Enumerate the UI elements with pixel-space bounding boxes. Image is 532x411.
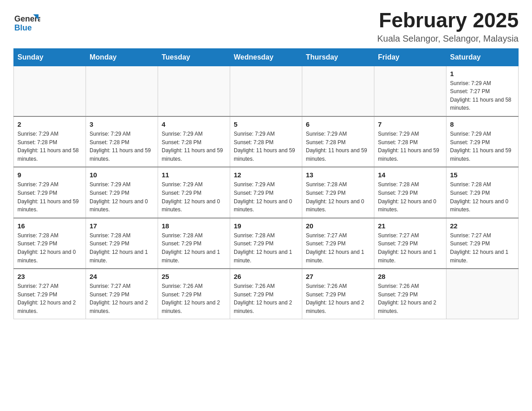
day-number: 7	[378, 120, 442, 128]
header-day-friday: Friday	[374, 48, 446, 66]
day-number: 21	[378, 222, 442, 230]
day-cell: 1Sunrise: 7:29 AMSunset: 7:27 PMDaylight…	[446, 66, 519, 116]
logo-mark: General Blue	[13, 9, 40, 38]
day-cell: 8Sunrise: 7:29 AMSunset: 7:29 PMDaylight…	[446, 116, 519, 167]
day-info: Sunrise: 7:29 AMSunset: 7:28 PMDaylight:…	[306, 130, 370, 163]
day-cell: 5Sunrise: 7:29 AMSunset: 7:28 PMDaylight…	[230, 116, 302, 167]
day-number: 10	[90, 171, 154, 179]
day-info: Sunrise: 7:26 AMSunset: 7:29 PMDaylight:…	[234, 282, 298, 315]
day-number: 14	[378, 171, 442, 179]
day-number: 26	[234, 273, 298, 280]
day-cell: 23Sunrise: 7:27 AMSunset: 7:29 PMDayligh…	[14, 269, 86, 319]
day-info: Sunrise: 7:27 AMSunset: 7:29 PMDaylight:…	[306, 231, 370, 265]
day-cell: 21Sunrise: 7:27 AMSunset: 7:29 PMDayligh…	[374, 218, 446, 269]
day-cell: 14Sunrise: 7:28 AMSunset: 7:29 PMDayligh…	[374, 167, 446, 218]
header-day-tuesday: Tuesday	[158, 48, 230, 66]
day-number: 13	[306, 171, 370, 179]
day-info: Sunrise: 7:27 AMSunset: 7:29 PMDaylight:…	[90, 282, 154, 315]
day-cell: 13Sunrise: 7:28 AMSunset: 7:29 PMDayligh…	[302, 167, 374, 218]
day-number: 2	[17, 120, 82, 128]
day-number: 23	[17, 273, 82, 280]
day-cell: 10Sunrise: 7:29 AMSunset: 7:29 PMDayligh…	[86, 167, 158, 218]
header-day-sunday: Sunday	[14, 48, 86, 66]
day-info: Sunrise: 7:29 AMSunset: 7:28 PMDaylight:…	[90, 130, 154, 163]
day-info: Sunrise: 7:27 AMSunset: 7:29 PMDaylight:…	[378, 231, 442, 265]
day-cell	[446, 269, 519, 319]
day-number: 1	[450, 70, 515, 77]
day-cell: 18Sunrise: 7:28 AMSunset: 7:29 PMDayligh…	[158, 218, 230, 269]
day-cell: 15Sunrise: 7:28 AMSunset: 7:29 PMDayligh…	[446, 167, 519, 218]
day-number: 3	[90, 120, 154, 128]
day-info: Sunrise: 7:29 AMSunset: 7:28 PMDaylight:…	[378, 130, 442, 163]
day-cell	[86, 66, 158, 116]
day-number: 12	[234, 171, 298, 179]
header-day-monday: Monday	[86, 48, 158, 66]
day-info: Sunrise: 7:28 AMSunset: 7:29 PMDaylight:…	[90, 231, 154, 265]
day-info: Sunrise: 7:26 AMSunset: 7:29 PMDaylight:…	[162, 282, 226, 315]
logo: General Blue	[13, 9, 40, 38]
day-number: 19	[234, 222, 298, 230]
day-number: 18	[162, 222, 226, 230]
day-cell: 26Sunrise: 7:26 AMSunset: 7:29 PMDayligh…	[230, 269, 302, 319]
week-row-5: 23Sunrise: 7:27 AMSunset: 7:29 PMDayligh…	[14, 269, 519, 319]
day-info: Sunrise: 7:28 AMSunset: 7:29 PMDaylight:…	[234, 231, 298, 265]
day-number: 28	[378, 273, 442, 280]
day-cell: 28Sunrise: 7:26 AMSunset: 7:29 PMDayligh…	[374, 269, 446, 319]
day-cell	[302, 66, 374, 116]
day-info: Sunrise: 7:28 AMSunset: 7:29 PMDaylight:…	[162, 231, 226, 265]
day-cell	[374, 66, 446, 116]
day-info: Sunrise: 7:29 AMSunset: 7:29 PMDaylight:…	[450, 130, 515, 163]
day-cell: 2Sunrise: 7:29 AMSunset: 7:28 PMDaylight…	[14, 116, 86, 167]
day-number: 11	[162, 171, 226, 179]
day-cell: 24Sunrise: 7:27 AMSunset: 7:29 PMDayligh…	[86, 269, 158, 319]
page-header: General Blue February 2025 Kuala Selango…	[13, 9, 519, 44]
title-block: February 2025 Kuala Selangor, Selangor, …	[377, 9, 519, 44]
day-cell	[14, 66, 86, 116]
day-info: Sunrise: 7:27 AMSunset: 7:29 PMDaylight:…	[17, 282, 82, 315]
week-row-1: 1Sunrise: 7:29 AMSunset: 7:27 PMDaylight…	[14, 66, 519, 116]
day-cell: 9Sunrise: 7:29 AMSunset: 7:29 PMDaylight…	[14, 167, 86, 218]
day-number: 5	[234, 120, 298, 128]
day-cell: 20Sunrise: 7:27 AMSunset: 7:29 PMDayligh…	[302, 218, 374, 269]
day-number: 6	[306, 120, 370, 128]
day-cell: 7Sunrise: 7:29 AMSunset: 7:28 PMDaylight…	[374, 116, 446, 167]
day-info: Sunrise: 7:29 AMSunset: 7:29 PMDaylight:…	[162, 180, 226, 214]
svg-text:Blue: Blue	[14, 23, 32, 32]
day-info: Sunrise: 7:29 AMSunset: 7:27 PMDaylight:…	[450, 79, 515, 112]
day-cell: 27Sunrise: 7:26 AMSunset: 7:29 PMDayligh…	[302, 269, 374, 319]
week-row-2: 2Sunrise: 7:29 AMSunset: 7:28 PMDaylight…	[14, 116, 519, 167]
day-number: 25	[162, 273, 226, 280]
day-cell: 19Sunrise: 7:28 AMSunset: 7:29 PMDayligh…	[230, 218, 302, 269]
day-cell: 4Sunrise: 7:29 AMSunset: 7:28 PMDaylight…	[158, 116, 230, 167]
day-number: 17	[90, 222, 154, 230]
day-cell: 22Sunrise: 7:27 AMSunset: 7:29 PMDayligh…	[446, 218, 519, 269]
day-info: Sunrise: 7:28 AMSunset: 7:29 PMDaylight:…	[306, 180, 370, 214]
day-info: Sunrise: 7:29 AMSunset: 7:29 PMDaylight:…	[17, 180, 82, 214]
day-info: Sunrise: 7:27 AMSunset: 7:29 PMDaylight:…	[450, 231, 515, 265]
day-cell: 17Sunrise: 7:28 AMSunset: 7:29 PMDayligh…	[86, 218, 158, 269]
main-title: February 2025	[377, 9, 519, 32]
calendar-header: SundayMondayTuesdayWednesdayThursdayFrid…	[14, 48, 519, 66]
day-number: 24	[90, 273, 154, 280]
header-day-wednesday: Wednesday	[230, 48, 302, 66]
day-cell	[158, 66, 230, 116]
day-cell: 16Sunrise: 7:28 AMSunset: 7:29 PMDayligh…	[14, 218, 86, 269]
week-row-4: 16Sunrise: 7:28 AMSunset: 7:29 PMDayligh…	[14, 218, 519, 269]
week-row-3: 9Sunrise: 7:29 AMSunset: 7:29 PMDaylight…	[14, 167, 519, 218]
day-info: Sunrise: 7:29 AMSunset: 7:28 PMDaylight:…	[234, 130, 298, 163]
day-number: 22	[450, 222, 515, 230]
day-cell	[230, 66, 302, 116]
header-day-thursday: Thursday	[302, 48, 374, 66]
day-cell: 3Sunrise: 7:29 AMSunset: 7:28 PMDaylight…	[86, 116, 158, 167]
day-info: Sunrise: 7:29 AMSunset: 7:29 PMDaylight:…	[90, 180, 154, 214]
day-info: Sunrise: 7:28 AMSunset: 7:29 PMDaylight:…	[378, 180, 442, 214]
day-number: 8	[450, 120, 515, 128]
day-number: 15	[450, 171, 515, 179]
day-info: Sunrise: 7:29 AMSunset: 7:28 PMDaylight:…	[17, 130, 82, 163]
day-info: Sunrise: 7:28 AMSunset: 7:29 PMDaylight:…	[450, 180, 515, 214]
subtitle: Kuala Selangor, Selangor, Malaysia	[377, 34, 519, 44]
calendar-body: 1Sunrise: 7:29 AMSunset: 7:27 PMDaylight…	[14, 66, 519, 319]
day-cell: 6Sunrise: 7:29 AMSunset: 7:28 PMDaylight…	[302, 116, 374, 167]
calendar-table: SundayMondayTuesdayWednesdayThursdayFrid…	[13, 48, 519, 320]
day-info: Sunrise: 7:28 AMSunset: 7:29 PMDaylight:…	[17, 231, 82, 265]
